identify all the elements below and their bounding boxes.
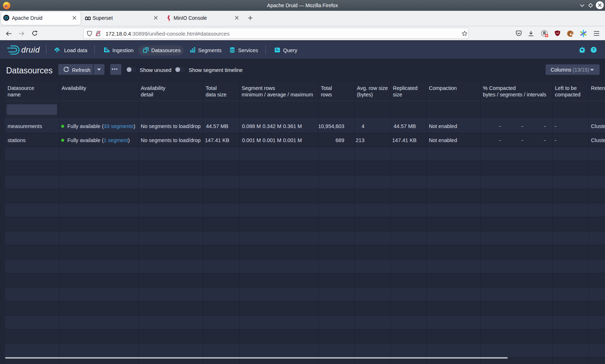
svg-text:uO: uO (556, 32, 559, 34)
svg-text:?: ? (592, 47, 595, 52)
